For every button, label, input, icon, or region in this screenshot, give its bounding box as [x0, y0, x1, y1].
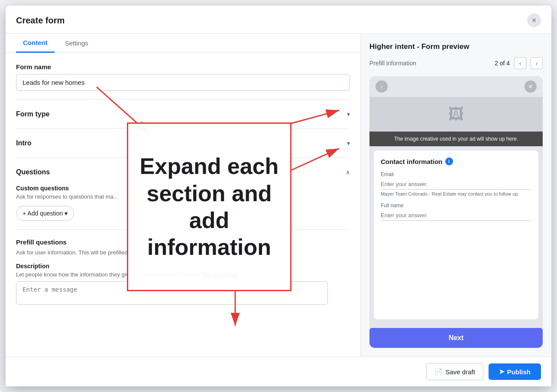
close-button[interactable]: × — [527, 13, 541, 27]
tabs-bar: Content Settings — [6, 34, 360, 53]
prefill-label: Prefill questions — [16, 238, 350, 246]
prefill-desc: Ask for user information. This will be p… — [16, 249, 350, 256]
phone-back-button[interactable]: ‹ — [376, 80, 388, 93]
form-name-section: Form name — [16, 63, 350, 91]
right-panel: Higher intent - Form preview Prefill inf… — [361, 34, 551, 357]
publish-icon: ➤ — [499, 368, 505, 376]
custom-questions-title: Custom questions — [16, 185, 350, 192]
phone-preview: ‹ ✕ 🖼 The image creative used in your ad… — [369, 76, 543, 348]
form-type-title: Form type — [16, 110, 49, 118]
next-page-button[interactable]: › — [531, 57, 543, 69]
modal-body: Content Settings Form name Form type ▾ — [6, 34, 551, 357]
modal-footer: 📄 Save draft ➤ Publish — [6, 357, 551, 386]
ad-banner: The image creative used in your ad will … — [369, 132, 543, 146]
form-name-input[interactable] — [16, 74, 350, 91]
prev-page-button[interactable]: ‹ — [514, 57, 526, 69]
description-subdesc: Let people know how the information they… — [16, 271, 350, 278]
questions-title: Questions — [16, 168, 50, 176]
save-draft-icon: 📄 — [434, 368, 443, 376]
tab-settings[interactable]: Settings — [58, 34, 95, 53]
phone-close-button[interactable]: ✕ — [525, 80, 537, 93]
questions-chevron: ∧ — [346, 169, 350, 176]
email-label: Email — [381, 171, 531, 177]
next-button[interactable]: Next — [369, 328, 543, 348]
modal-title: Create form — [16, 16, 65, 26]
publish-label: Publish — [507, 368, 531, 376]
intro-title: Intro — [16, 139, 32, 147]
modal-header: Create form × — [6, 6, 551, 34]
prefill-section: Prefill questions Ask for user informati… — [16, 238, 350, 306]
tab-content[interactable]: Content — [16, 34, 55, 53]
description-subsection: Description Let people know how the info… — [16, 263, 350, 306]
intro-chevron: ▾ — [347, 140, 350, 147]
phone-top-bar: ‹ ✕ — [369, 76, 543, 97]
preview-nav: Prefill information 2 of 4 ‹ › — [369, 57, 543, 69]
save-draft-button[interactable]: 📄 Save draft — [426, 363, 483, 380]
publish-button[interactable]: ➤ Publish — [489, 363, 541, 380]
fullname-label: Full name — [381, 202, 531, 209]
fullname-field[interactable] — [381, 210, 531, 221]
contact-title: Contact information i — [381, 157, 531, 165]
left-content: Form name Form type ▾ Intro ▾ — [6, 53, 360, 357]
contact-card: Contact information i Email Mayer Team C… — [374, 151, 538, 319]
add-question-button[interactable]: + Add question ▾ — [16, 206, 74, 221]
pages-display: 2 of 4 — [495, 60, 510, 67]
email-hint: Mayer Team Colorado - Real Estate may co… — [381, 191, 531, 196]
preview-title: Higher intent - Form preview — [369, 42, 543, 51]
email-field[interactable] — [381, 179, 531, 190]
create-form-modal: Create form × Content Settings Form name — [6, 6, 551, 386]
image-icon: 🖼 — [448, 105, 464, 123]
description-input[interactable] — [16, 281, 328, 305]
left-panel: Content Settings Form name Form type ▾ — [6, 34, 361, 357]
questions-accordion[interactable]: Questions ∧ — [16, 167, 350, 178]
image-placeholder: 🖼 — [369, 97, 543, 132]
form-type-chevron: ▾ — [347, 111, 350, 118]
questions-section: Questions ∧ Custom questions Ask for res… — [16, 167, 350, 221]
info-icon: i — [445, 157, 453, 165]
form-type-accordion[interactable]: Form type ▾ — [16, 109, 350, 120]
preview-nav-label: Prefill information — [369, 60, 416, 67]
preview-pages: 2 of 4 ‹ › — [495, 57, 543, 69]
see-examples-link[interactable]: See examples — [202, 271, 237, 278]
intro-accordion[interactable]: Intro ▾ — [16, 138, 350, 149]
form-name-label: Form name — [16, 63, 350, 71]
custom-questions-desc: Ask for responses to questions that ma..… — [16, 193, 350, 200]
questions-body: Custom questions Ask for responses to qu… — [16, 185, 350, 221]
description-label: Description — [16, 263, 350, 270]
save-draft-label: Save draft — [445, 368, 475, 376]
